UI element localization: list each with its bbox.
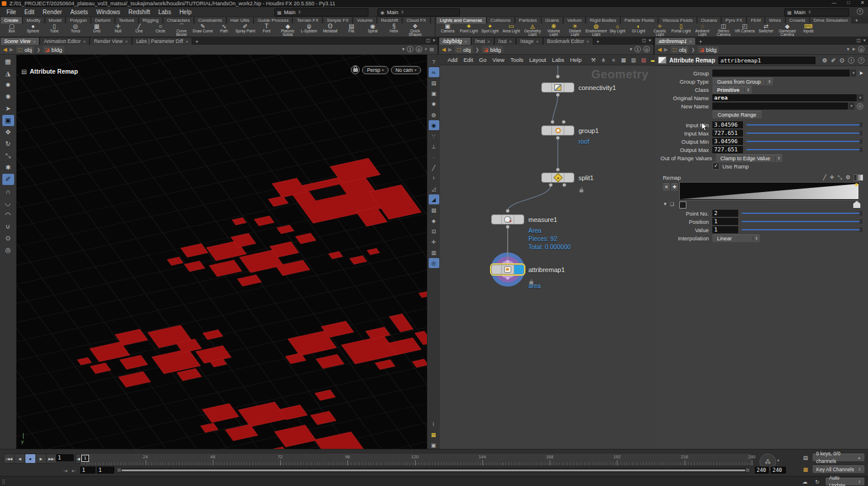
profile-curve-icon[interactable]: ╱	[429, 163, 439, 173]
info-icon[interactable]: i	[848, 57, 854, 64]
shelf-tool[interactable]: ◍ Environment Light	[586, 24, 607, 37]
shelf-tool[interactable]: ⌨ Inputs	[798, 24, 819, 37]
shelf-tab[interactable]: Guide Process	[254, 16, 292, 24]
menu-item[interactable]: Edit	[20, 9, 38, 15]
shelf-tool[interactable]: ✷ Point Light	[458, 24, 479, 37]
keyframe-pin-icon[interactable]: ◎	[857, 103, 863, 110]
shelf-tab[interactable]: Volume	[353, 16, 377, 24]
snap-arc-icon[interactable]: ◠	[2, 209, 14, 220]
menu-item[interactable]: Redshift	[124, 9, 154, 15]
desktop-selector[interactable]: ▦ Main ⇕	[274, 8, 369, 16]
shelf-tool[interactable]: ▢ Box	[1, 24, 22, 37]
shelf-tab[interactable]: Cloud FX	[402, 16, 430, 24]
output-min-slider[interactable]	[747, 138, 862, 145]
pane-tab[interactable]: /stage×	[516, 37, 543, 45]
close-tab-icon[interactable]: ×	[125, 39, 128, 44]
shelf-tool[interactable]: ▯ Tube	[44, 24, 65, 37]
pane-menu-caret-icon[interactable]: ▾	[433, 38, 435, 43]
shelf-tool[interactable]: ╱ Line	[129, 24, 150, 37]
shelf-tool[interactable]: ◰ VR Camera	[734, 24, 755, 37]
pane-doc-icon[interactable]: ▤	[429, 47, 434, 52]
select-mode-icon[interactable]: ◎	[2, 244, 14, 256]
path-node[interactable]: ◪bldg	[43, 46, 65, 53]
paint-tool-icon[interactable]: ✐	[2, 174, 14, 185]
back-icon[interactable]: ◀	[3, 47, 7, 52]
grid-view-icon[interactable]: ▦	[619, 56, 627, 64]
shelf-tool[interactable]: ✦ Spot Light	[479, 24, 501, 37]
shelf-tab[interactable]: Constraints	[194, 16, 226, 24]
shelf-tab[interactable]: Rigid Bodies	[586, 16, 620, 24]
input-max-slider[interactable]	[747, 130, 862, 137]
pose-tool-icon[interactable]: ✱	[2, 162, 14, 173]
shelf-tool[interactable]: ☼ Sky Light	[607, 24, 628, 37]
node-name-field[interactable]: attribremap1	[718, 57, 816, 64]
pin-params-icon[interactable]: ➤	[851, 47, 856, 52]
path-caret-icon[interactable]: ▾	[847, 47, 849, 52]
link-badge[interactable]: 1	[634, 46, 641, 52]
value-slider[interactable]	[742, 226, 862, 233]
menu-item[interactable]: Help	[175, 9, 196, 15]
help-icon[interactable]: ?	[857, 8, 863, 15]
shelf-tab[interactable]: Particles	[515, 16, 541, 24]
playback-range-slider[interactable]	[117, 468, 750, 472]
shelf-tool[interactable]: ◐ GI Light	[628, 24, 649, 37]
network-menu-item[interactable]: Edit	[461, 57, 476, 63]
shelf-tab[interactable]: Rigging	[139, 16, 163, 24]
shelf-tool[interactable]: T Font	[256, 24, 277, 37]
range-step-back-icon[interactable]: |◀	[61, 467, 70, 474]
node-label[interactable]: attribremap1	[528, 266, 565, 273]
input-min-field[interactable]: 3.04596	[712, 121, 743, 128]
back-icon[interactable]: ◀	[442, 47, 446, 52]
close-tab-icon[interactable]: ×	[464, 39, 467, 44]
range-subend-field[interactable]: 240	[771, 467, 786, 474]
view-pin-icon[interactable]: ◎	[429, 258, 439, 268]
spotlight-tool-icon[interactable]: ✹	[2, 80, 14, 91]
ramp-delete-point-button[interactable]: ✕	[663, 183, 670, 191]
forward-icon[interactable]: ▶	[9, 47, 14, 52]
shelf-tab[interactable]: Lights and Cameras	[436, 16, 486, 24]
view-mode-icon[interactable]: ⊙	[2, 233, 14, 244]
close-tab-icon[interactable]: ×	[487, 39, 490, 44]
ramp-gear-icon[interactable]: ⚙	[846, 174, 850, 180]
shelf-tab[interactable]: Polygon	[65, 16, 91, 24]
caret-icon[interactable]: ▾	[777, 458, 780, 463]
scene-viewport[interactable]: ▤ Attribute Remap Persp▾ No cam▾ y	[17, 55, 427, 449]
ramp-collapse-icon[interactable]: ▼	[663, 201, 668, 207]
value-field[interactable]: 1	[712, 226, 738, 233]
pane-split-icon[interactable]: ◫	[642, 38, 646, 43]
shelf-tab[interactable]: Terrain FX	[292, 16, 323, 24]
color-palette-icon[interactable]: ▧	[639, 56, 647, 64]
ramp-selected-point[interactable]	[855, 183, 858, 186]
shelf-tool[interactable]: ʘ Metaball	[320, 24, 341, 37]
wrench-icon[interactable]: ⚒	[589, 56, 597, 64]
menu-item[interactable]: Windows	[92, 9, 124, 15]
network-menu-item[interactable]: Add	[445, 57, 461, 63]
close-tab-icon[interactable]: ×	[33, 39, 36, 44]
close-tab-icon[interactable]: ×	[83, 39, 86, 44]
shelf-tab[interactable]: Hair Utils	[226, 16, 254, 24]
pane-tab[interactable]: Render View×	[90, 37, 131, 45]
shelf-tool[interactable]: ○ Circle	[150, 24, 171, 37]
view-selector-button[interactable]: Persp▾	[362, 66, 388, 74]
shelf-tool[interactable]: § Helix	[383, 24, 405, 37]
shelf-tool[interactable]: ✧ Caustic Light	[649, 24, 670, 37]
menu-item[interactable]: Labs	[154, 9, 175, 15]
keys-info-button[interactable]: 0 keys, 0/0 channels▲	[813, 454, 864, 461]
pane-split-icon[interactable]: ◫	[856, 38, 861, 43]
prim-normals-icon[interactable]: ⊥	[429, 141, 439, 151]
path-root[interactable]: ⬚obj	[16, 46, 34, 53]
node-group1[interactable]	[541, 125, 574, 135]
shelf-tool[interactable]: ✐ Spray Paint	[235, 24, 256, 37]
caret-icon[interactable]: ▾	[857, 94, 863, 101]
position-field[interactable]: 1	[712, 218, 738, 225]
search-icon[interactable]: ⊙	[840, 57, 844, 64]
close-tab-icon[interactable]: ×	[536, 39, 539, 44]
layout-selector[interactable]: ◉ Main ⇕	[377, 8, 460, 16]
point-no-slider[interactable]	[742, 210, 862, 217]
shelf-tool[interactable]: ❖ Quick Shapes	[405, 24, 426, 37]
range-step-fwd-icon[interactable]: ▶|	[70, 467, 78, 474]
sticky-note-icon[interactable]: ▬	[649, 56, 655, 64]
play[interactable]: ▶	[35, 454, 47, 464]
add-pane-tab-icon[interactable]: +	[696, 39, 705, 45]
point-no-field[interactable]: 2	[712, 210, 738, 217]
